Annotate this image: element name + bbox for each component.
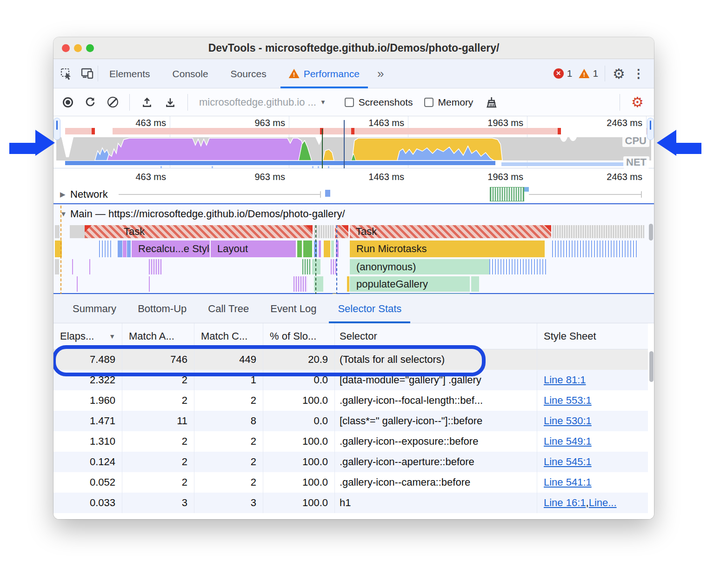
warning-count-icon[interactable]: ! [579,69,589,78]
table-row[interactable]: 0.052 2 2 100.0 .gallery-icon--camera::b… [53,472,648,493]
main-thread-track[interactable]: ▼ Main — https://microsoftedge.github.io… [53,203,654,294]
flame-bar[interactable] [118,241,122,257]
cell-match-attempts: 746 [122,349,194,370]
network-request-block[interactable] [490,187,524,201]
tab-performance[interactable]: ! Performance [278,59,371,88]
upload-profile-icon[interactable] [141,96,153,108]
flame-fragments[interactable] [489,259,547,274]
flame-fragments[interactable] [552,241,637,257]
scrollbar-thumb[interactable] [649,224,653,241]
flame-long-task[interactable]: Task [85,225,313,238]
style-sheet-link[interactable]: Line 16:1 [544,497,586,509]
flame-bar-partial[interactable] [55,259,59,274]
more-tabs-icon[interactable]: » [371,59,390,88]
flame-task-fragments[interactable] [314,225,333,238]
table-row[interactable]: 0.124 2 2 100.0 .gallery-icon--aperture:… [53,452,648,472]
style-sheet-link[interactable]: Line 81:1 [544,374,586,386]
flame-bar[interactable] [123,241,127,257]
flame-sliver[interactable] [89,259,90,274]
flame-bar[interactable] [319,241,321,257]
capture-settings-gear-icon[interactable]: ⚙ [631,94,644,110]
table-row[interactable]: 1.471 11 8 0.0 [class*=" gallery-icon--"… [53,411,648,431]
screenshots-checkbox-group[interactable]: Screenshots [345,97,413,108]
cell-match-attempts: 11 [122,411,194,431]
header-match-count[interactable]: Match C... [194,323,263,349]
flame-sliver[interactable] [77,276,78,292]
style-sheet-link[interactable]: Line 545:1 [544,456,592,468]
tab-console[interactable]: Console [161,59,220,88]
cell-pct: 0.0 [263,370,335,390]
flame-fragments[interactable] [99,241,113,257]
table-row[interactable]: 1.960 2 2 100.0 .gallery-icon--focal-len… [53,390,648,411]
flame-bar[interactable] [331,241,334,257]
error-count-icon[interactable]: ✕ [554,68,564,79]
settings-gear-icon[interactable]: ⚙ [613,66,625,82]
history-select[interactable]: microsoftedge.github.io ... ▼ [199,96,326,108]
tab-selector-stats[interactable]: Selector Stats [327,294,412,323]
kebab-menu-icon[interactable]: ⋮ [633,67,645,81]
table-row[interactable]: 1.310 2 2 100.0 .gallery-icon--exposure:… [53,431,648,452]
flame-run-microtasks[interactable]: Run Microtasks [350,241,545,257]
table-row[interactable]: 0.033 3 3 100.0 h1 Line 16:1 , Line... [53,493,648,513]
flame-fragments[interactable] [149,259,162,274]
flame-task-gray[interactable] [70,225,85,238]
flame-fragments[interactable] [302,259,311,274]
ruler-tick: 1463 ms [344,172,404,182]
flame-sliver[interactable] [149,276,150,292]
header-elapsed[interactable]: Elaps...▼ [53,323,122,349]
flame-long-task[interactable]: Task [350,225,551,238]
tab-sources[interactable]: Sources [220,59,278,88]
table-row-totals[interactable]: 7.489 746 449 20.9 (Totals for all selec… [53,349,648,370]
overview-right-drag-handle[interactable] [647,118,654,140]
flame-bar[interactable] [297,241,302,257]
style-sheet-link[interactable]: Line 553:1 [544,394,592,407]
collapse-triangle-icon[interactable]: ▶ [60,190,66,199]
flame-label: (anonymous) [356,261,416,273]
tab-event-log[interactable]: Event Log [260,294,327,323]
flame-sliver[interactable] [347,276,349,292]
style-sheet-link[interactable]: Line 530:1 [544,415,592,427]
style-sheet-link[interactable]: Line 549:1 [544,435,592,448]
header-style-sheet[interactable]: Style Sheet [537,323,648,349]
flame-anonymous[interactable]: (anonymous) [350,259,489,274]
flame-recalculate-style[interactable]: Recalcu...e Style [132,241,210,257]
flame-populate-gallery[interactable]: populateGallery [350,276,470,292]
flame-layout[interactable]: Layout [211,241,296,257]
memory-checkbox-group[interactable]: Memory [424,97,474,108]
flame-sliver[interactable] [72,259,73,274]
collect-garbage-icon[interactable] [484,96,497,109]
tab-summary[interactable]: Summary [62,294,127,323]
clear-recording-icon[interactable] [107,97,118,107]
table-row[interactable]: 2.322 2 1 0.0 [data-module="gallery"] .g… [53,370,648,390]
download-profile-icon[interactable] [164,96,176,108]
style-sheet-link[interactable]: Line 541:1 [544,476,592,488]
tab-call-tree[interactable]: Call Tree [197,294,260,323]
inspect-element-icon[interactable] [60,67,73,80]
tab-elements[interactable]: Elements [98,59,161,88]
flame-bar[interactable] [127,241,131,257]
network-track[interactable]: ▶ Network [53,186,654,203]
reload-and-record-button[interactable] [84,96,96,108]
flame-task-fragments[interactable] [553,225,644,238]
flame-fragments[interactable] [293,276,307,292]
scrollbar-thumb[interactable] [649,351,654,382]
record-button[interactable] [63,97,73,107]
network-request-marker[interactable] [325,190,330,197]
header-pct-slow[interactable]: % of Slo... [263,323,335,349]
flame-bar[interactable] [312,259,320,274]
device-toolbar-icon[interactable] [81,67,94,80]
memory-checkbox[interactable] [424,98,434,107]
flame-bar[interactable] [471,276,479,292]
screenshots-checkbox[interactable] [345,98,354,107]
flame-bar[interactable] [303,241,312,257]
network-request-marker[interactable] [524,187,529,192]
flame-fragments[interactable] [331,259,336,274]
flame-task-partial[interactable] [55,225,60,238]
header-match-attempts[interactable]: Match A... [122,323,194,349]
tab-bottom-up[interactable]: Bottom-Up [127,294,197,323]
style-sheet-link[interactable]: Line... [589,497,617,509]
network-span-line [529,194,642,195]
flame-bar[interactable] [324,241,330,257]
timeline-overview[interactable]: 463 ms 963 ms 1463 ms 1963 ms 2463 ms [53,116,654,168]
header-selector[interactable]: Selector [335,323,537,349]
